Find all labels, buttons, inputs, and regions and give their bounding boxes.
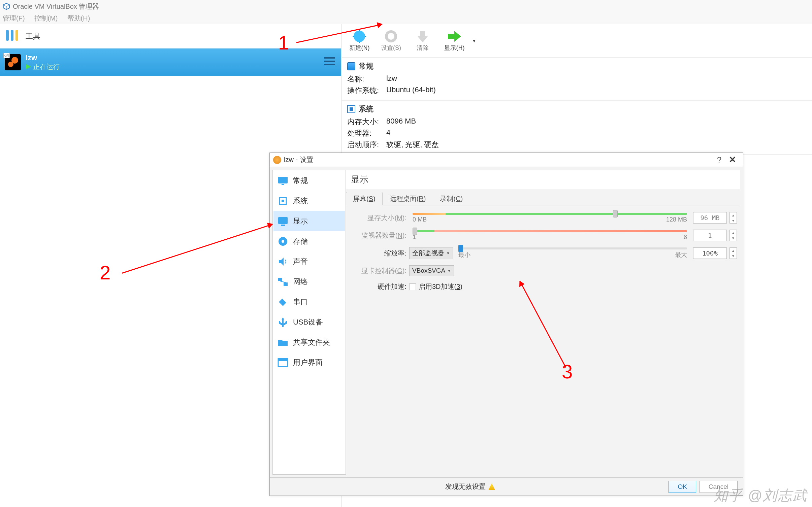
monitors-label: 监视器数量(N): (349, 231, 407, 240)
dialog-titlebar: lzw - 设置 ? ✕ (270, 153, 743, 167)
sidebar-item-ui[interactable]: 用户界面 (273, 352, 345, 373)
svg-rect-22 (282, 200, 284, 202)
network-icon (278, 276, 288, 287)
scale-label: 缩放率: (349, 249, 407, 258)
svg-rect-19 (278, 177, 288, 183)
discard-icon (414, 30, 431, 43)
monitors-spinner[interactable]: ▲▼ (729, 230, 737, 241)
invalid-settings-warning: 发现无效设置 (445, 482, 495, 491)
svg-rect-4 (6, 30, 9, 41)
tab-record[interactable]: 录制(C) (433, 192, 470, 205)
menu-control[interactable]: 控制(M) (34, 14, 58, 23)
gpu-label: 显卡控制器(G): (349, 266, 407, 275)
tabs: 屏幕(S) 远程桌面(R) 录制(C) (346, 192, 740, 205)
section-title: 系统 (359, 104, 373, 114)
menu-help[interactable]: 帮助(H) (67, 14, 90, 23)
svg-point-12 (354, 31, 365, 42)
toolbar-show-button[interactable]: 显示(H) (440, 30, 468, 52)
help-button[interactable]: ? (713, 155, 725, 165)
show-icon (446, 30, 463, 43)
vram-label: 显存大小(M): (349, 213, 407, 223)
scale-monitor-select[interactable]: 全部监视器▼ (409, 247, 453, 259)
tools-icon (4, 27, 20, 45)
svg-point-8 (8, 62, 13, 67)
ok-button[interactable]: OK (669, 481, 696, 493)
sidebar-item-shared[interactable]: 共享文件夹 (273, 332, 345, 352)
speaker-icon (278, 256, 288, 267)
warning-icon (488, 483, 495, 490)
svg-point-18 (389, 34, 393, 38)
titlebar: Oracle VM VirtualBox 管理器 (0, 0, 812, 13)
display-form: 显存大小(M): 0 MB128 MB 96 MB ▲▼ 监视器数量(N): (346, 205, 740, 304)
folder-icon (278, 337, 288, 348)
svg-point-26 (282, 240, 284, 243)
close-button[interactable]: ✕ (725, 155, 740, 165)
tab-remote[interactable]: 远程桌面(R) (383, 192, 433, 205)
chevron-down-icon[interactable]: ▼ (472, 38, 478, 43)
toolbar-settings-button[interactable]: 设置(S) (377, 30, 405, 52)
sidebar-item-usb[interactable]: USB设备 (273, 312, 345, 332)
toolbar-new-button[interactable]: 新建(N) (345, 30, 373, 52)
vm-state: 正在运行 (26, 62, 60, 71)
vram-spinner[interactable]: ▲▼ (729, 212, 737, 224)
menu-manage[interactable]: 管理(F) (3, 14, 25, 23)
window-title: Oracle VM VirtualBox 管理器 (13, 2, 99, 11)
dialog-footer: 发现无效设置 OK Cancel (270, 477, 743, 496)
vm-row[interactable]: 64 lzw 正在运行 (0, 48, 341, 76)
svg-rect-6 (15, 30, 18, 41)
vm-name: lzw (26, 54, 60, 62)
monitor-icon (278, 175, 288, 186)
usb-icon (278, 317, 288, 328)
tools-label: 工具 (26, 31, 40, 41)
settings-sidebar: 常规 系统 显示 存储 声音 网络 串口 USB设备 共享文件夹 用户界面 (272, 170, 346, 475)
svg-rect-10 (324, 61, 335, 62)
svg-line-29 (280, 281, 286, 282)
section-title: 常规 (359, 61, 373, 71)
scale-spinner[interactable]: ▲▼ (729, 247, 737, 259)
svg-rect-20 (282, 184, 284, 185)
toolbar-discard-button[interactable]: 清除 (409, 30, 437, 52)
svg-rect-11 (324, 64, 335, 65)
chip-icon (278, 196, 288, 206)
window-icon (278, 357, 288, 368)
dialog-title: lzw - 设置 (284, 155, 313, 164)
gear-icon (383, 30, 399, 43)
scale-slider[interactable]: 最小最大 (458, 247, 687, 259)
watermark: 知乎 @刘志武 (714, 486, 807, 505)
monitors-slider[interactable]: 18 (413, 230, 687, 241)
scale-value[interactable]: 100% (693, 247, 727, 259)
sidebar-item-storage[interactable]: 存储 (273, 231, 345, 251)
sidebar-item-general[interactable]: 常规 (273, 171, 345, 191)
tools-row[interactable]: 工具 (0, 24, 341, 48)
accel-3d-label: 启用3D加速(3) (419, 282, 462, 291)
sidebar-item-display[interactable]: 显示 (273, 211, 345, 231)
plug-icon (278, 297, 288, 307)
vram-slider[interactable]: 0 MB128 MB (413, 213, 687, 223)
chip-icon (347, 105, 355, 113)
display-icon (278, 216, 288, 227)
arch-badge: 64 (3, 53, 10, 58)
virtualbox-icon (3, 3, 10, 10)
tab-screen[interactable]: 屏幕(S) (346, 192, 383, 205)
sidebar-item-network[interactable]: 网络 (273, 272, 345, 292)
vm-menu-icon[interactable] (323, 56, 336, 69)
sidebar-item-audio[interactable]: 声音 (273, 251, 345, 272)
vram-value[interactable]: 96 MB (693, 212, 727, 224)
sidebar-item-serial[interactable]: 串口 (273, 292, 345, 312)
monitors-value[interactable]: 1 (693, 230, 727, 241)
monitor-icon (347, 62, 355, 70)
settings-heading: 显示 (346, 170, 740, 189)
accel-3d-checkbox[interactable] (409, 283, 416, 290)
svg-rect-5 (11, 30, 13, 41)
svg-rect-27 (278, 278, 282, 281)
settings-dialog: lzw - 设置 ? ✕ 常规 系统 显示 存储 声音 网络 串口 USB设备 … (269, 153, 743, 496)
svg-rect-24 (281, 225, 285, 226)
svg-rect-23 (278, 217, 288, 224)
gpu-controller-select[interactable]: VBoxSVGA▼ (409, 265, 454, 276)
annotation-1: 1 (278, 31, 289, 54)
svg-rect-9 (324, 57, 335, 59)
accel-label: 硬件加速: (349, 282, 407, 291)
sidebar-item-system[interactable]: 系统 (273, 191, 345, 211)
annotation-2: 2 (100, 261, 110, 284)
menubar: 管理(F) 控制(M) 帮助(H) (0, 13, 812, 24)
